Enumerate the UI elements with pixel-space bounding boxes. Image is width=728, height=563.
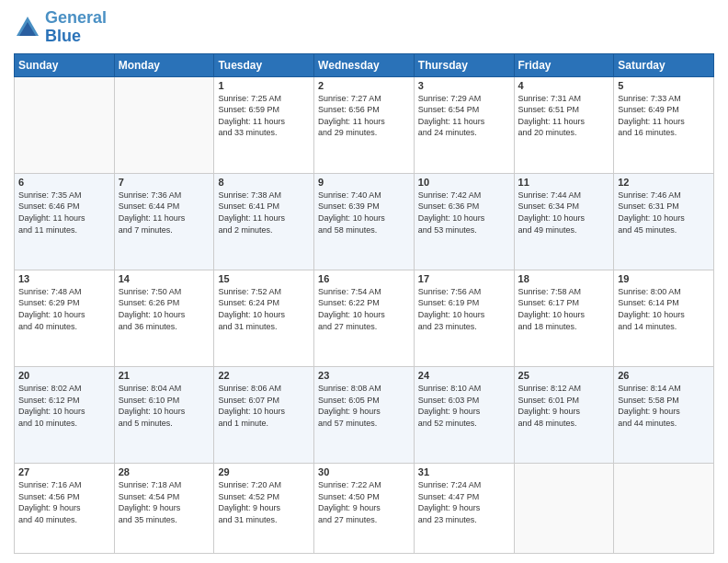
weekday-header: Tuesday	[214, 53, 314, 76]
day-number: 24	[418, 370, 510, 381]
day-number: 23	[318, 370, 410, 381]
calendar-week-row: 6Sunrise: 7:35 AM Sunset: 6:46 PM Daylig…	[15, 173, 714, 270]
header: General Blue	[14, 9, 714, 46]
calendar-cell: 21Sunrise: 8:04 AM Sunset: 6:10 PM Dayli…	[114, 367, 214, 464]
day-number: 12	[618, 177, 710, 188]
day-number: 30	[318, 466, 410, 477]
calendar-cell: 4Sunrise: 7:31 AM Sunset: 6:51 PM Daylig…	[514, 76, 614, 173]
day-number: 10	[418, 177, 510, 188]
weekday-header: Wednesday	[314, 53, 415, 76]
day-info: Sunrise: 8:08 AM Sunset: 6:05 PM Dayligh…	[318, 383, 410, 429]
day-number: 11	[518, 177, 610, 188]
logo: General Blue	[14, 9, 107, 46]
calendar-cell: 14Sunrise: 7:50 AM Sunset: 6:26 PM Dayli…	[114, 270, 214, 366]
day-number: 14	[119, 273, 210, 284]
day-number: 3	[418, 80, 510, 91]
day-number: 28	[119, 466, 210, 477]
day-info: Sunrise: 7:40 AM Sunset: 6:39 PM Dayligh…	[318, 190, 410, 236]
calendar-week-row: 27Sunrise: 7:16 AM Sunset: 4:56 PM Dayli…	[15, 464, 714, 554]
day-number: 19	[618, 273, 710, 284]
day-number: 8	[218, 177, 310, 188]
day-info: Sunrise: 7:42 AM Sunset: 6:36 PM Dayligh…	[418, 190, 510, 236]
weekday-header: Sunday	[15, 53, 115, 76]
calendar-cell: 16Sunrise: 7:54 AM Sunset: 6:22 PM Dayli…	[314, 270, 415, 366]
day-info: Sunrise: 7:27 AM Sunset: 6:56 PM Dayligh…	[318, 93, 410, 139]
calendar-cell: 11Sunrise: 7:44 AM Sunset: 6:34 PM Dayli…	[514, 173, 614, 270]
day-info: Sunrise: 7:33 AM Sunset: 6:49 PM Dayligh…	[618, 93, 710, 139]
day-number: 16	[318, 273, 410, 284]
day-info: Sunrise: 7:54 AM Sunset: 6:22 PM Dayligh…	[318, 286, 410, 332]
day-info: Sunrise: 7:38 AM Sunset: 6:41 PM Dayligh…	[218, 190, 310, 236]
calendar-cell: 17Sunrise: 7:56 AM Sunset: 6:19 PM Dayli…	[414, 270, 514, 366]
calendar-cell: 12Sunrise: 7:46 AM Sunset: 6:31 PM Dayli…	[614, 173, 714, 270]
calendar-cell: 13Sunrise: 7:48 AM Sunset: 6:29 PM Dayli…	[15, 270, 115, 366]
day-info: Sunrise: 7:50 AM Sunset: 6:26 PM Dayligh…	[119, 286, 210, 332]
calendar-cell: 9Sunrise: 7:40 AM Sunset: 6:39 PM Daylig…	[314, 173, 415, 270]
day-info: Sunrise: 7:31 AM Sunset: 6:51 PM Dayligh…	[518, 93, 610, 139]
logo-text: General Blue	[45, 9, 107, 46]
day-info: Sunrise: 7:29 AM Sunset: 6:54 PM Dayligh…	[418, 93, 510, 139]
calendar-cell: 28Sunrise: 7:18 AM Sunset: 4:54 PM Dayli…	[114, 464, 214, 554]
calendar-table: SundayMondayTuesdayWednesdayThursdayFrid…	[14, 53, 714, 554]
calendar-cell: 30Sunrise: 7:22 AM Sunset: 4:50 PM Dayli…	[314, 464, 415, 554]
calendar-cell: 23Sunrise: 8:08 AM Sunset: 6:05 PM Dayli…	[314, 367, 415, 464]
day-number: 5	[618, 80, 710, 91]
calendar-header-row: SundayMondayTuesdayWednesdayThursdayFrid…	[15, 53, 714, 76]
day-number: 7	[119, 177, 210, 188]
calendar-cell: 27Sunrise: 7:16 AM Sunset: 4:56 PM Dayli…	[15, 464, 115, 554]
page: General Blue SundayMondayTuesdayWednesda…	[0, 0, 728, 563]
day-info: Sunrise: 7:25 AM Sunset: 6:59 PM Dayligh…	[218, 93, 310, 139]
day-number: 1	[218, 80, 310, 91]
day-info: Sunrise: 7:24 AM Sunset: 4:47 PM Dayligh…	[418, 479, 510, 525]
calendar-cell: 3Sunrise: 7:29 AM Sunset: 6:54 PM Daylig…	[414, 76, 514, 173]
day-number: 31	[418, 466, 510, 477]
day-number: 2	[318, 80, 410, 91]
calendar-cell: 2Sunrise: 7:27 AM Sunset: 6:56 PM Daylig…	[314, 76, 415, 173]
day-number: 26	[618, 370, 710, 381]
calendar-cell	[614, 464, 714, 554]
day-info: Sunrise: 7:46 AM Sunset: 6:31 PM Dayligh…	[618, 190, 710, 236]
calendar-cell: 1Sunrise: 7:25 AM Sunset: 6:59 PM Daylig…	[214, 76, 314, 173]
weekday-header: Monday	[114, 53, 214, 76]
day-number: 9	[318, 177, 410, 188]
day-number: 17	[418, 273, 510, 284]
calendar-cell	[114, 76, 214, 173]
calendar-cell: 15Sunrise: 7:52 AM Sunset: 6:24 PM Dayli…	[214, 270, 314, 366]
day-info: Sunrise: 8:14 AM Sunset: 5:58 PM Dayligh…	[618, 383, 710, 429]
day-number: 13	[18, 273, 110, 284]
day-info: Sunrise: 7:56 AM Sunset: 6:19 PM Dayligh…	[418, 286, 510, 332]
calendar-week-row: 13Sunrise: 7:48 AM Sunset: 6:29 PM Dayli…	[15, 270, 714, 366]
weekday-header: Saturday	[614, 53, 714, 76]
day-info: Sunrise: 7:44 AM Sunset: 6:34 PM Dayligh…	[518, 190, 610, 236]
day-number: 21	[119, 370, 210, 381]
day-info: Sunrise: 8:00 AM Sunset: 6:14 PM Dayligh…	[618, 286, 710, 332]
calendar-cell	[514, 464, 614, 554]
day-info: Sunrise: 7:36 AM Sunset: 6:44 PM Dayligh…	[119, 190, 210, 236]
day-number: 20	[18, 370, 110, 381]
day-info: Sunrise: 7:20 AM Sunset: 4:52 PM Dayligh…	[218, 479, 310, 525]
day-info: Sunrise: 8:04 AM Sunset: 6:10 PM Dayligh…	[119, 383, 210, 429]
calendar-cell	[15, 76, 115, 173]
day-info: Sunrise: 8:12 AM Sunset: 6:01 PM Dayligh…	[518, 383, 610, 429]
calendar-cell: 20Sunrise: 8:02 AM Sunset: 6:12 PM Dayli…	[15, 367, 115, 464]
calendar-week-row: 20Sunrise: 8:02 AM Sunset: 6:12 PM Dayli…	[15, 367, 714, 464]
day-info: Sunrise: 7:52 AM Sunset: 6:24 PM Dayligh…	[218, 286, 310, 332]
calendar-week-row: 1Sunrise: 7:25 AM Sunset: 6:59 PM Daylig…	[15, 76, 714, 173]
day-info: Sunrise: 8:06 AM Sunset: 6:07 PM Dayligh…	[218, 383, 310, 429]
day-info: Sunrise: 7:58 AM Sunset: 6:17 PM Dayligh…	[518, 286, 610, 332]
calendar-cell: 10Sunrise: 7:42 AM Sunset: 6:36 PM Dayli…	[414, 173, 514, 270]
day-info: Sunrise: 7:16 AM Sunset: 4:56 PM Dayligh…	[18, 479, 110, 525]
day-number: 4	[518, 80, 610, 91]
day-number: 18	[518, 273, 610, 284]
day-info: Sunrise: 7:18 AM Sunset: 4:54 PM Dayligh…	[119, 479, 210, 525]
day-info: Sunrise: 7:22 AM Sunset: 4:50 PM Dayligh…	[318, 479, 410, 525]
day-number: 25	[518, 370, 610, 381]
calendar-cell: 22Sunrise: 8:06 AM Sunset: 6:07 PM Dayli…	[214, 367, 314, 464]
day-number: 29	[218, 466, 310, 477]
day-number: 22	[218, 370, 310, 381]
calendar-cell: 6Sunrise: 7:35 AM Sunset: 6:46 PM Daylig…	[15, 173, 115, 270]
weekday-header: Friday	[514, 53, 614, 76]
weekday-header: Thursday	[414, 53, 514, 76]
day-info: Sunrise: 8:10 AM Sunset: 6:03 PM Dayligh…	[418, 383, 510, 429]
calendar-cell: 25Sunrise: 8:12 AM Sunset: 6:01 PM Dayli…	[514, 367, 614, 464]
